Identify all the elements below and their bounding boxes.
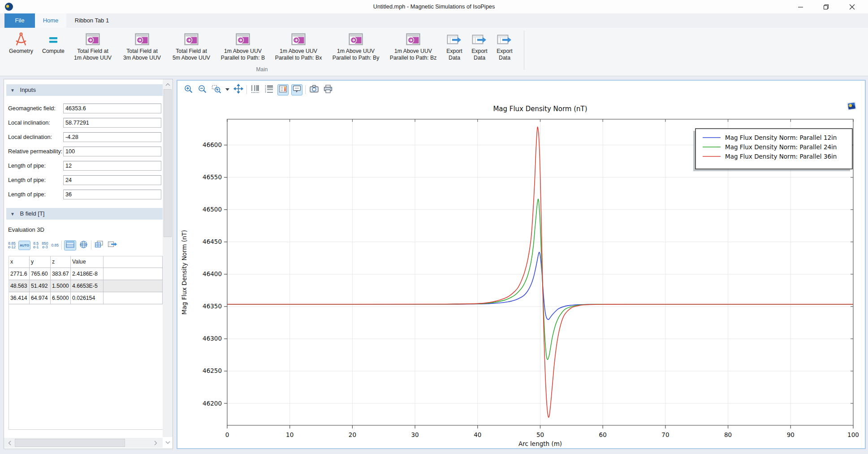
x-tick-label: 0 bbox=[225, 431, 229, 438]
print-icon bbox=[323, 84, 333, 95]
table-header-Value[interactable]: Value bbox=[71, 256, 104, 268]
export-table-button[interactable] bbox=[107, 240, 118, 251]
zoom-out-button[interactable] bbox=[197, 84, 208, 95]
decimal-notation-button[interactable]: 0.85 bbox=[51, 242, 60, 248]
input-length-of-pipe-6[interactable] bbox=[63, 190, 161, 199]
y-axis-log-scale-button[interactable] bbox=[263, 84, 275, 95]
plot-window-icon bbox=[69, 30, 117, 47]
table-cell[interactable]: 48.563 bbox=[9, 280, 30, 292]
table-row[interactable]: 2771.6765.60383.672.4186E-8 bbox=[9, 268, 163, 280]
scroll-up-arrow-icon[interactable] bbox=[163, 80, 173, 88]
window-title: Untitled.mph - Magnetic Simulations of I… bbox=[0, 0, 868, 13]
x-tick-label: 50 bbox=[536, 431, 544, 438]
input-length-of-pipe-4[interactable] bbox=[63, 161, 161, 171]
y-tick-label: 46200 bbox=[203, 400, 222, 407]
comsol-plot-logo-icon bbox=[846, 100, 858, 112]
table-cell[interactable]: 4.6653E-5 bbox=[71, 280, 104, 292]
table-row[interactable]: 36.41464.9746.50000.026154 bbox=[9, 292, 163, 304]
x-axis-label: Arc length (m) bbox=[518, 440, 562, 447]
table-cell[interactable] bbox=[104, 280, 163, 292]
minimize-button[interactable] bbox=[790, 0, 810, 13]
ribbon-button-label: ExportData bbox=[493, 47, 516, 61]
restore-button[interactable] bbox=[816, 0, 836, 13]
full-precision-button[interactable]: 8.85e-12 bbox=[8, 241, 16, 250]
scroll-left-arrow-icon[interactable] bbox=[5, 438, 14, 448]
table-header-y[interactable]: y bbox=[30, 256, 51, 268]
sphere-view-icon bbox=[79, 240, 88, 251]
tab-home[interactable]: Home bbox=[35, 13, 66, 28]
section-header-bfield[interactable]: ▼ B field [T] bbox=[6, 208, 163, 220]
x-tick-label: 60 bbox=[599, 431, 607, 438]
automatic-notation-button[interactable]: AUTO bbox=[18, 241, 30, 250]
print-button[interactable] bbox=[322, 84, 333, 95]
x-axis-log-scale-button[interactable] bbox=[250, 84, 261, 95]
copy-table-icon bbox=[95, 241, 104, 250]
scroll-right-arrow-icon[interactable] bbox=[151, 438, 160, 448]
table-cell[interactable]: 64.974 bbox=[30, 292, 51, 304]
section-title: B field [T] bbox=[20, 210, 45, 217]
ribbon-group-divider bbox=[524, 30, 524, 70]
scroll-down-arrow-icon[interactable] bbox=[163, 438, 173, 447]
input-length-of-pipe-5[interactable] bbox=[63, 175, 161, 185]
table-cell[interactable]: 2771.6 bbox=[9, 268, 30, 280]
ribbon-group-label: Main bbox=[0, 66, 524, 73]
graph-tooltip-button[interactable] bbox=[291, 84, 302, 95]
table-row[interactable]: 48.56351.4921.50004.6653E-5 bbox=[9, 280, 163, 292]
table-cell[interactable]: 51.492 bbox=[30, 280, 51, 292]
table-cell[interactable]: 765.60 bbox=[30, 268, 51, 280]
settings-sidebar: ▼ Inputs Geomagnetic field:Local inclina… bbox=[4, 79, 173, 449]
zoom-box-dropdown-arrow[interactable] bbox=[225, 84, 230, 95]
close-button[interactable] bbox=[842, 0, 862, 13]
plot-window-icon bbox=[385, 30, 441, 47]
zoom-in-icon bbox=[184, 84, 193, 95]
y-tick-label: 46250 bbox=[203, 367, 222, 374]
tab-ribbon-tab-1[interactable]: Ribbon Tab 1 bbox=[66, 13, 117, 28]
y-tick-label: 46400 bbox=[203, 270, 222, 277]
tab-file[interactable]: File bbox=[4, 13, 35, 28]
vscrollbar-thumb[interactable] bbox=[164, 89, 172, 237]
input-relative-permeability-3[interactable] bbox=[63, 147, 161, 156]
x-tick-label: 40 bbox=[474, 431, 481, 438]
table-cell[interactable] bbox=[104, 292, 163, 304]
image-snapshot-button[interactable] bbox=[308, 84, 320, 95]
table-surface-view-button[interactable] bbox=[78, 239, 89, 251]
zoom-extents-button[interactable] bbox=[233, 84, 244, 95]
x-tick-label: 10 bbox=[286, 431, 294, 438]
line-chart[interactable]: 0102030405060708090100462004625046300463… bbox=[177, 99, 865, 448]
zoom-extents-icon bbox=[233, 84, 243, 95]
table-cell[interactable]: 6.5000 bbox=[51, 292, 71, 304]
table-cell[interactable]: 36.414 bbox=[9, 292, 30, 304]
field-label: Length of pipe: bbox=[8, 191, 46, 198]
table-cell[interactable]: 0.026154 bbox=[71, 292, 104, 304]
x-tick-label: 20 bbox=[349, 431, 356, 438]
x-tick-label: 80 bbox=[724, 431, 732, 438]
zoom-in-button[interactable] bbox=[183, 84, 194, 95]
y-tick-label: 46350 bbox=[203, 303, 222, 310]
plot-canvas[interactable]: 0102030405060708090100462004625046300463… bbox=[177, 99, 865, 448]
export-window-icon bbox=[468, 30, 491, 47]
legend-label: Mag Flux Density Norm: Parallel 12in bbox=[725, 134, 837, 141]
section-header-inputs[interactable]: ▼ Inputs bbox=[6, 84, 163, 96]
input-local-declination-2[interactable] bbox=[63, 132, 161, 142]
input-geomagnetic-field-0[interactable] bbox=[63, 104, 161, 113]
table-header-z[interactable]: z bbox=[51, 256, 71, 268]
table-cell[interactable]: 2.4186E-8 bbox=[71, 268, 104, 280]
table-view-button[interactable] bbox=[64, 240, 76, 251]
input-local-inclination-1[interactable] bbox=[63, 118, 161, 128]
table-header-x[interactable]: x bbox=[9, 256, 30, 268]
zoom-out-icon bbox=[198, 84, 207, 95]
x-tick-label: 100 bbox=[847, 431, 859, 438]
copy-table-button[interactable] bbox=[94, 240, 104, 251]
table-cell[interactable] bbox=[104, 268, 163, 280]
graph-tooltip-icon bbox=[292, 84, 302, 95]
table-cell[interactable]: 1.5000 bbox=[51, 280, 71, 292]
table-header-spacer[interactable] bbox=[104, 256, 163, 268]
scientific-notation-button[interactable]: 8.5e-1 bbox=[33, 241, 39, 250]
hscrollbar-thumb[interactable] bbox=[15, 439, 125, 447]
toolbar-divider bbox=[305, 85, 306, 94]
table-cell[interactable]: 383.67 bbox=[51, 268, 71, 280]
x-tick-label: 30 bbox=[411, 431, 419, 438]
engineering-notation-button[interactable]: 850e-3 bbox=[41, 241, 48, 250]
zoom-box-button[interactable] bbox=[211, 84, 222, 95]
show-legends-button[interactable] bbox=[277, 84, 289, 95]
